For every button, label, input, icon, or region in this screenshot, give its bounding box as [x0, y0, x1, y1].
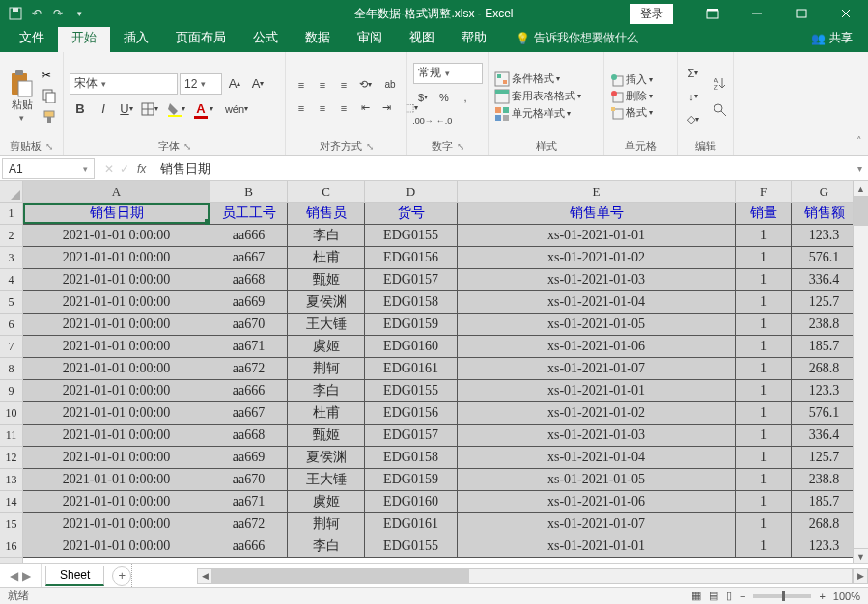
cell[interactable]: 1 [736, 358, 792, 380]
font-size-combo[interactable]: 12▾ [180, 73, 222, 95]
cell[interactable]: 销售日期 [23, 203, 210, 225]
cell[interactable]: 2021-01-01 0:00:00 [23, 336, 210, 358]
cell[interactable]: EDG0158 [365, 447, 458, 469]
horizontal-scrollbar[interactable]: ◀ ▶ [197, 568, 868, 584]
cell[interactable]: 夏侯渊 [288, 447, 365, 469]
cell[interactable]: 2021-01-01 0:00:00 [23, 535, 210, 558]
undo-icon[interactable]: ↶ [29, 6, 44, 21]
cell[interactable]: 2021-01-01 0:00:00 [23, 225, 210, 247]
cell[interactable]: EDG0155 [365, 535, 458, 558]
row-header-15[interactable]: 15 [0, 513, 22, 535]
autosum-icon[interactable]: Σ▾ [684, 64, 703, 83]
cell[interactable]: 2021-01-01 0:00:00 [23, 291, 210, 314]
cell[interactable]: 1 [736, 535, 792, 558]
paste-button[interactable]: 粘贴 ▾ [6, 59, 38, 134]
maximize-icon[interactable] [779, 0, 824, 27]
cell[interactable]: aa672 [210, 358, 288, 380]
fx-icon[interactable]: fx [137, 162, 154, 176]
row-header-2[interactable]: 2 [0, 225, 22, 247]
vscroll-thumb[interactable] [854, 197, 868, 226]
view-layout-icon[interactable]: ▤ [709, 590, 718, 602]
cell[interactable]: EDG0159 [365, 469, 458, 491]
cell[interactable]: 2021-01-01 0:00:00 [23, 513, 210, 535]
cell[interactable]: 销量 [736, 203, 792, 225]
cell[interactable]: 1 [736, 469, 792, 491]
cell[interactable]: 1 [736, 336, 792, 358]
cell[interactable]: 杜甫 [288, 247, 365, 269]
tab-视图[interactable]: 视图 [396, 25, 448, 52]
cell[interactable]: aa667 [210, 247, 288, 269]
cell[interactable]: xs-01-2021-01-05 [458, 469, 736, 491]
table-row[interactable]: 2021-01-01 0:00:00aa666李白EDG0155xs-01-20… [23, 380, 868, 402]
cell[interactable]: 238.8 [792, 314, 857, 336]
cell[interactable]: xs-01-2021-01-04 [458, 447, 736, 469]
cell[interactable]: xs-01-2021-01-05 [458, 314, 736, 336]
col-header-G[interactable]: G [792, 181, 857, 202]
align-middle-icon[interactable]: ≡ [313, 75, 332, 95]
dialog-launcher-icon[interactable]: ⤡ [45, 141, 53, 151]
cell[interactable]: aa669 [210, 447, 288, 469]
tab-帮助[interactable]: 帮助 [448, 25, 500, 52]
cell[interactable]: EDG0157 [365, 425, 458, 447]
cell[interactable]: xs-01-2021-01-01 [458, 535, 736, 558]
cell[interactable]: 2021-01-01 0:00:00 [23, 380, 210, 402]
fill-icon[interactable]: ↓▾ [684, 87, 703, 106]
worksheet-grid[interactable]: ABCDEFG 12345678910111213141516 销售日期员工工号… [0, 181, 868, 563]
cell[interactable]: aa670 [210, 314, 288, 336]
tab-审阅[interactable]: 审阅 [344, 25, 396, 52]
row-headers[interactable]: 12345678910111213141516 [0, 203, 23, 563]
cell[interactable]: aa671 [210, 336, 288, 358]
cell[interactable]: 123.3 [792, 535, 857, 558]
col-header-E[interactable]: E [458, 181, 736, 202]
cell[interactable]: aa666 [210, 225, 288, 247]
new-sheet-button[interactable]: + [112, 566, 131, 586]
col-header-D[interactable]: D [365, 181, 458, 202]
bold-button[interactable]: B [70, 98, 91, 120]
cell[interactable]: xs-01-2021-01-02 [458, 402, 736, 425]
format-painter-icon[interactable] [42, 109, 57, 124]
cell[interactable]: EDG0155 [365, 225, 458, 247]
row-header-11[interactable]: 11 [0, 425, 22, 447]
cell[interactable]: EDG0157 [365, 269, 458, 291]
cell[interactable]: 荆轲 [288, 358, 365, 380]
align-right-icon[interactable]: ≡ [334, 98, 353, 118]
cell[interactable]: 336.4 [792, 269, 857, 291]
delete-cells-button[interactable]: 删除▾ [610, 89, 653, 103]
scroll-up-icon[interactable]: ▲ [854, 181, 868, 197]
row-header-4[interactable]: 4 [0, 269, 22, 291]
cells-area[interactable]: 销售日期员工工号销售员货号销售单号销量销售额2021-01-01 0:00:00… [23, 203, 868, 563]
cell[interactable]: 2021-01-01 0:00:00 [23, 425, 210, 447]
cell[interactable]: 125.7 [792, 447, 857, 469]
tab-公式[interactable]: 公式 [239, 25, 292, 52]
cell[interactable]: aa667 [210, 402, 288, 425]
cell[interactable]: 甄姬 [288, 269, 365, 291]
cell[interactable]: 1 [736, 380, 792, 402]
enter-formula-icon[interactable]: ✓ [120, 162, 129, 176]
increase-indent-icon[interactable]: ⇥ [377, 98, 396, 118]
cell[interactable]: 1 [736, 513, 792, 535]
table-row[interactable]: 2021-01-01 0:00:00aa671虞姬EDG0160xs-01-20… [23, 336, 868, 358]
expand-formula-icon[interactable]: ▾ [851, 163, 868, 174]
sheet-nav-next-icon[interactable]: ▶ [22, 569, 31, 583]
decrease-indent-icon[interactable]: ⇤ [355, 98, 375, 118]
tell-me[interactable]: 💡告诉我你想要做什么 [506, 26, 648, 52]
cell[interactable]: EDG0161 [365, 358, 458, 380]
cell[interactable]: aa668 [210, 269, 288, 291]
decrease-decimal-icon[interactable]: ←.0 [434, 111, 454, 130]
formula-input[interactable]: 销售日期 [154, 156, 851, 180]
table-row[interactable]: 2021-01-01 0:00:00aa666李白EDG0155xs-01-20… [23, 535, 868, 558]
vertical-scrollbar[interactable]: ▲ ▼ [853, 181, 868, 563]
cell[interactable]: 货号 [365, 203, 458, 225]
row-header-5[interactable]: 5 [0, 291, 22, 314]
cell[interactable]: 1 [736, 491, 792, 513]
cell[interactable]: EDG0156 [365, 247, 458, 269]
italic-button[interactable]: I [93, 98, 114, 120]
underline-button[interactable]: U▾ [116, 98, 137, 120]
table-row[interactable]: 2021-01-01 0:00:00aa672荆轲EDG0161xs-01-20… [23, 513, 868, 535]
cell[interactable]: EDG0159 [365, 314, 458, 336]
cell[interactable]: 1 [736, 314, 792, 336]
cell[interactable]: 王大锤 [288, 314, 365, 336]
find-icon[interactable] [711, 100, 730, 120]
cell[interactable]: xs-01-2021-01-07 [458, 513, 736, 535]
table-row[interactable]: 2021-01-01 0:00:00aa668甄姬EDG0157xs-01-20… [23, 425, 868, 447]
